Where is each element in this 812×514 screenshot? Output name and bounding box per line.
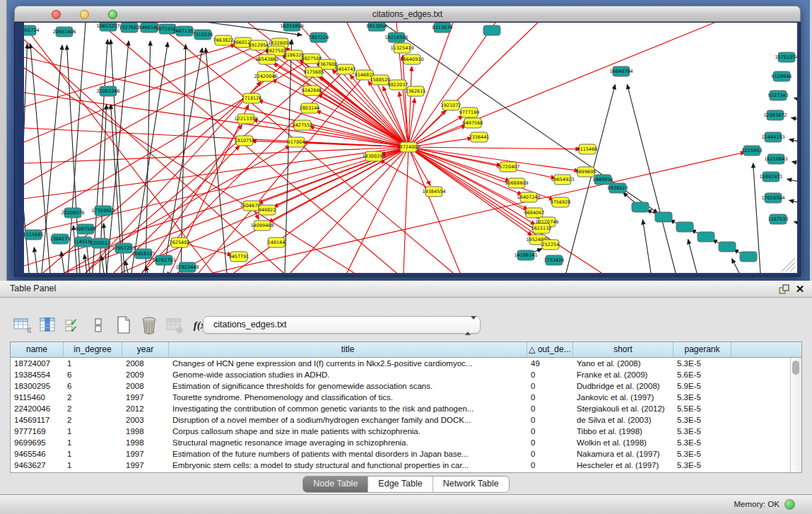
delete-table-icon[interactable]: [139, 315, 160, 335]
network-edge[interactable]: [167, 272, 168, 273]
network-node[interactable]: 19218596: [384, 33, 408, 42]
table-row[interactable]: 946554611997Estimation of the future num…: [11, 448, 791, 460]
network-node[interactable]: 7625402: [170, 238, 190, 247]
network-edge[interactable]: [789, 139, 797, 148]
table-row[interactable]: 946362711997Embryonic stem cells: a mode…: [11, 460, 791, 471]
network-node[interactable]: 917004: [288, 137, 305, 147]
memory-status-indicator[interactable]: [784, 499, 795, 510]
float-panel-icon[interactable]: [778, 284, 789, 295]
network-edge[interactable]: [68, 23, 86, 273]
network-node[interactable]: 1250513: [90, 238, 111, 248]
network-node[interactable]: 20206576: [61, 208, 84, 218]
network-edge[interactable]: [285, 40, 292, 273]
network-node[interactable]: 7857224: [309, 33, 329, 42]
network-node[interactable]: 1394273: [50, 234, 71, 244]
network-node[interactable]: 15892971: [759, 172, 782, 182]
network-node[interactable]: [655, 212, 672, 222]
network-node[interactable]: [698, 232, 714, 242]
network-node[interactable]: 16543862: [255, 54, 278, 64]
network-node[interactable]: 9756928: [551, 197, 571, 207]
network-node[interactable]: 1115685: [24, 230, 43, 240]
network-node[interactable]: 10653257: [96, 23, 119, 31]
network-node[interactable]: 21053346: [96, 86, 119, 96]
network-node[interactable]: 18407249: [517, 192, 540, 202]
network-node[interactable]: 1840954: [593, 175, 613, 185]
network-node[interactable]: 19654923: [551, 175, 574, 185]
network-edge[interactable]: [688, 240, 697, 273]
network-edge[interactable]: [24, 147, 408, 266]
network-edge[interactable]: [408, 23, 453, 147]
table-row[interactable]: 1872400712008Changes of HCN gene express…: [11, 358, 791, 369]
table-row[interactable]: 2242004622012Investigating the contribut…: [11, 403, 791, 414]
select-attributes-icon[interactable]: ✓ ✓: [62, 315, 83, 335]
network-node[interactable]: 8813054: [367, 23, 387, 31]
network-node[interactable]: 20691406: [52, 27, 76, 37]
table-panel-titlebar[interactable]: Table Panel ✕: [0, 281, 812, 298]
network-node[interactable]: 15751074: [775, 52, 797, 62]
network-node[interactable]: 1921072: [441, 100, 461, 110]
column-header-short[interactable]: short: [573, 342, 673, 357]
network-node[interactable]: 9242848: [302, 86, 322, 95]
network-edge[interactable]: [408, 23, 495, 147]
column-header-in_degree[interactable]: in_degree: [64, 342, 122, 357]
network-node[interactable]: 9684067: [524, 208, 545, 218]
network-edge[interactable]: [24, 107, 29, 273]
network-node[interactable]: 12923448: [175, 262, 199, 272]
network-node[interactable]: 9129946: [772, 71, 792, 81]
network-node[interactable]: 12213359: [234, 114, 257, 124]
network-node[interactable]: 11325419: [390, 43, 413, 53]
network-node[interactable]: 9227343: [768, 90, 789, 100]
network-edge[interactable]: [643, 220, 651, 273]
tab-node-table[interactable]: Node Table: [303, 477, 368, 492]
canvas-resize-grip[interactable]: [782, 258, 795, 271]
network-node[interactable]: 9777169: [459, 107, 480, 117]
network-edge[interactable]: [794, 98, 797, 107]
network-node[interactable]: 9175685: [304, 67, 324, 77]
network-node[interactable]: 2718126: [242, 93, 262, 103]
network-node[interactable]: 7515526: [193, 30, 213, 40]
table-row[interactable]: 1830029562008Estimation of significance …: [11, 380, 791, 392]
network-node[interactable]: 16210643: [764, 154, 787, 164]
network-node[interactable]: [483, 25, 500, 35]
table-row[interactable]: 1456911722003Disruption of a novel membe…: [11, 414, 791, 426]
network-node[interactable]: 9097588: [76, 224, 96, 234]
network-node[interactable]: 16033809: [280, 23, 303, 31]
column-header-year[interactable]: year: [122, 342, 169, 357]
table-selector-dropdown[interactable]: citations_edges.txt: [203, 316, 481, 334]
network-edge[interactable]: [24, 45, 259, 142]
network-node[interactable]: 9457791: [229, 252, 249, 262]
network-node[interactable]: 16648794: [609, 66, 632, 76]
network-edge[interactable]: [84, 255, 87, 273]
network-edge[interactable]: [404, 147, 408, 273]
network-edge[interactable]: [732, 259, 739, 273]
network-edge[interactable]: [792, 161, 797, 170]
network-node[interactable]: 16640910: [400, 54, 423, 64]
network-node[interactable]: 1810755: [235, 136, 255, 146]
network-node[interactable]: 1733426: [544, 255, 565, 265]
network-node[interactable]: 1167533: [768, 214, 789, 224]
network-node[interactable]: 9115460: [577, 144, 598, 154]
network-node[interactable]: 10688609: [505, 178, 528, 188]
network-edge[interactable]: [408, 147, 580, 149]
network-edge[interactable]: [789, 200, 797, 209]
table-options-icon[interactable]: ⚙: [11, 315, 33, 335]
table-row[interactable]: 911546021997Tourette syndrome. Phenomeno…: [11, 392, 791, 403]
network-node[interactable]: 252254: [542, 240, 560, 250]
network-edge[interactable]: [408, 147, 579, 171]
network-node[interactable]: 17016504: [761, 193, 784, 203]
network-edge[interactable]: [206, 48, 227, 273]
network-node[interactable]: 8313074: [433, 23, 453, 33]
network-node[interactable]: 1362615: [406, 86, 426, 96]
network-node[interactable]: 7663822: [213, 35, 234, 45]
close-panel-icon[interactable]: ✕: [794, 282, 806, 296]
network-node[interactable]: 6497568: [463, 118, 483, 128]
network-edge[interactable]: [86, 64, 327, 273]
network-node[interactable]: 14099488: [250, 221, 273, 230]
network-edge[interactable]: [627, 85, 676, 273]
network-node[interactable]: 1615132: [531, 223, 552, 233]
network-node[interactable]: 22420046: [254, 71, 277, 81]
network-node[interactable]: 8427552: [293, 120, 313, 130]
show-columns-icon[interactable]: [37, 315, 58, 335]
network-edge[interactable]: [403, 55, 408, 147]
delete-column-icon[interactable]: [164, 315, 185, 335]
